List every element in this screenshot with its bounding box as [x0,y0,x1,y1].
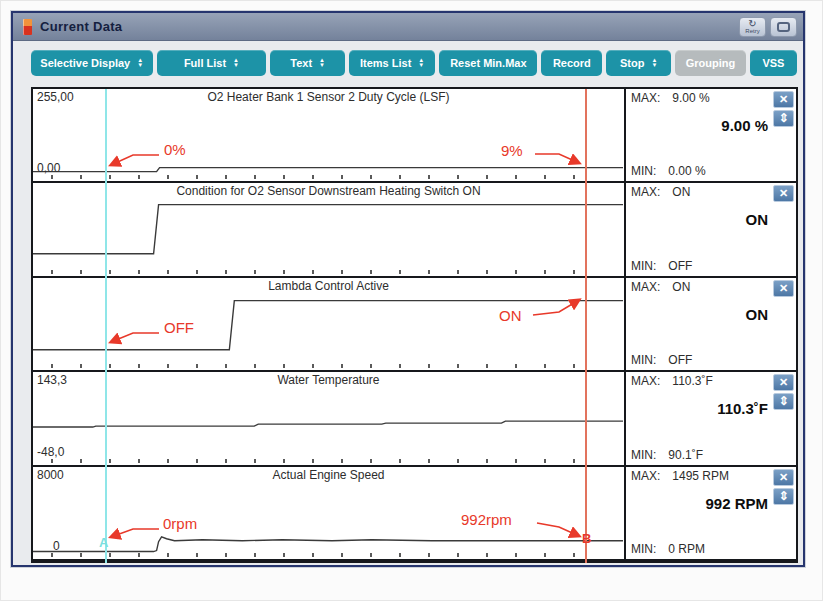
button-label: Items List [360,57,411,69]
current-value: 992 RPM [705,495,768,512]
min-readout: MIN:OFF [631,353,692,367]
button-label: Reset Min.Max [450,57,526,69]
toolbar-button-text[interactable]: Text ▲▼ [270,50,345,76]
value-o2-heater-duty-cycle: MAX:9.00 % 9.00 % MIN:0.00 % ✕ ⇕ [626,89,796,181]
close-icon[interactable]: ✕ [773,185,794,202]
value-water-temperature: MAX:110.3˚F 110.3˚F MIN:90.1˚F ✕ ⇕ [626,372,796,464]
button-label: Selective Display [40,57,130,69]
graph-title: Condition for O2 Sensor Downstream Heati… [33,184,624,198]
panel-o2-heater-duty-cycle: 255,00 O2 Heater Bank 1 Sensor 2 Duty Cy… [33,89,796,183]
dropdown-arrows-icon: ▲▼ [319,58,325,68]
graph-title: O2 Heater Bank 1 Sensor 2 Duty Cycle (LS… [33,90,624,104]
close-icon[interactable]: ✕ [773,91,794,108]
toolbar-button-reset-minmax[interactable]: Reset Min.Max [439,50,537,76]
max-readout: MAX:110.3˚F [631,374,713,388]
toolbar: Selective Display ▲▼ Full List ▲▼ Text ▲… [31,50,797,78]
current-value: ON [746,211,769,228]
min-readout: MIN:0.00 % [631,164,706,178]
scale-min-label: 0,00 [37,161,60,175]
resize-updown-icon[interactable]: ⇕ [773,393,794,410]
scale-min-label: -48,0 [37,445,64,459]
toolbar-button-vss[interactable]: VSS [750,50,797,76]
button-label: Grouping [686,57,736,69]
panel-water-temperature: 143,3 Water Temperature -48,0 MAX:110.3˚… [33,372,796,466]
close-icon[interactable]: ✕ [773,280,794,297]
live-data-graph-area: 255,00 O2 Heater Bank 1 Sensor 2 Duty Cy… [31,87,798,563]
button-label: Text [290,57,312,69]
titlebar[interactable]: Current Data ↻ Retry [13,13,803,41]
button-label: Stop [620,57,644,69]
dropdown-arrows-icon: ▲▼ [418,58,424,68]
resize-updown-icon[interactable]: ⇕ [773,488,794,505]
value-o2-downstream-heating-condition: MAX:ON ON MIN:OFF ✕ [626,183,796,275]
restore-button[interactable] [770,17,797,37]
current-data-window: Current Data ↻ Retry Selective Display ▲… [11,11,805,567]
graph-lambda-control-active: Lambda Control Active [33,278,626,370]
time-ticks [51,175,596,179]
time-ticks [51,270,596,274]
page-background: Current Data ↻ Retry Selective Display ▲… [0,0,823,601]
graph-title: Lambda Control Active [33,279,624,293]
time-ticks [51,364,596,368]
app-icon [23,19,32,35]
titlebar-buttons: ↻ Retry [739,17,797,37]
restore-icon [777,22,790,32]
panel-actual-engine-speed: 8000 Actual Engine Speed 0 MAX:1495 RPM … [33,467,796,561]
max-readout: MAX:ON [631,185,690,199]
toolbar-button-full-list[interactable]: Full List ▲▼ [157,50,267,76]
min-readout: MIN:90.1˚F [631,448,703,462]
time-ticks [51,459,596,463]
dropdown-arrows-icon: ▲▼ [233,58,239,68]
window-title: Current Data [40,19,122,34]
min-readout: MIN:OFF [631,259,692,273]
value-lambda-control-active: MAX:ON ON MIN:OFF ✕ [626,278,796,370]
toolbar-button-selective-display[interactable]: Selective Display ▲▼ [31,50,153,76]
retry-icon: ↻ [748,19,756,28]
current-value: 110.3˚F [717,400,768,417]
graph-title: Water Temperature [33,373,624,387]
graph-o2-downstream-heating-condition: Condition for O2 Sensor Downstream Heati… [33,183,626,275]
dropdown-arrows-icon: ▲▼ [651,58,657,68]
current-value: ON [746,306,769,323]
scale-min-label: 0 [53,539,60,553]
graph-o2-heater-duty-cycle: 255,00 O2 Heater Bank 1 Sensor 2 Duty Cy… [33,89,626,181]
time-ticks [51,553,596,557]
resize-updown-icon[interactable]: ⇕ [773,110,794,127]
button-label: Record [553,57,591,69]
min-readout: MIN:0 RPM [631,542,705,556]
button-label: Full List [184,57,226,69]
button-label: VSS [762,57,784,69]
max-readout: MAX:1495 RPM [631,469,729,483]
close-icon[interactable]: ✕ [773,469,794,486]
graph-title: Actual Engine Speed [33,468,624,482]
toolbar-button-record[interactable]: Record [541,50,602,76]
max-readout: MAX:ON [631,280,690,294]
toolbar-button-stop[interactable]: Stop ▲▼ [606,50,671,76]
value-actual-engine-speed: MAX:1495 RPM 992 RPM MIN:0 RPM ✕ ⇕ [626,467,796,559]
graph-actual-engine-speed: 8000 Actual Engine Speed 0 [33,467,626,559]
dropdown-arrows-icon: ▲▼ [137,58,143,68]
retry-button[interactable]: ↻ Retry [739,17,766,37]
max-readout: MAX:9.00 % [631,91,710,105]
toolbar-button-grouping[interactable]: Grouping [675,50,746,76]
close-icon[interactable]: ✕ [773,374,794,391]
toolbar-button-items-list[interactable]: Items List ▲▼ [349,50,435,76]
retry-label: Retry [745,28,759,34]
current-value: 9.00 % [721,117,768,134]
panel-o2-downstream-heating-condition: Condition for O2 Sensor Downstream Heati… [33,183,796,277]
panel-lambda-control-active: Lambda Control Active MAX:ON ON MIN:OFF … [33,278,796,372]
graph-water-temperature: 143,3 Water Temperature -48,0 [33,372,626,464]
